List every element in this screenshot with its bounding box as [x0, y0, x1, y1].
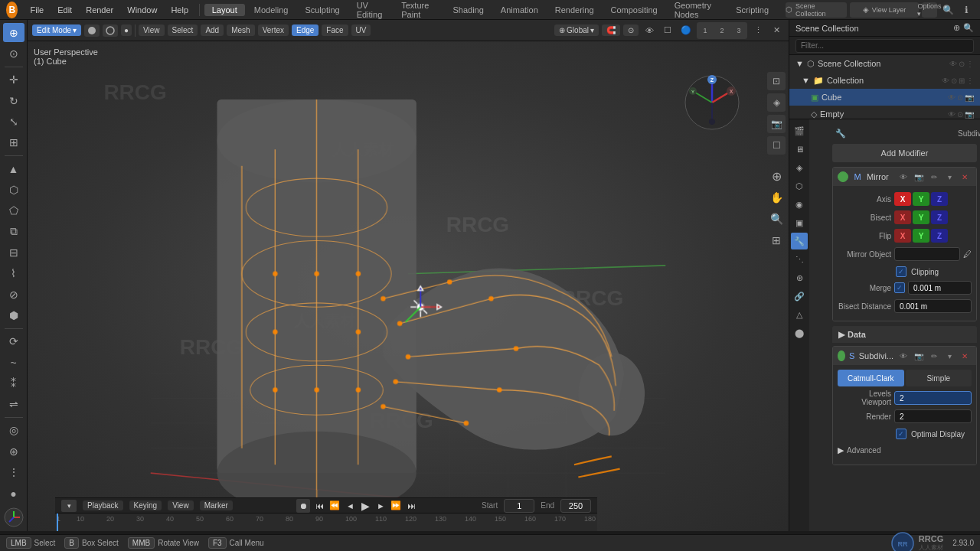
face-menu[interactable]: Face [322, 24, 348, 36]
tool-bisect[interactable]: ⊘ [3, 285, 24, 304]
timeline-collapse[interactable]: ▾ [61, 500, 77, 512]
edge-menu[interactable]: Edge [292, 24, 318, 36]
simple-btn[interactable]: Simple [906, 370, 972, 386]
tool-move[interactable]: ✛ [3, 70, 24, 90]
subdiv-levels-value[interactable]: 2 [894, 391, 972, 405]
tool-to-sphere[interactable]: ● [3, 484, 24, 503]
prop-tab-scene[interactable]: ⬡ [791, 178, 808, 194]
tool-spin[interactable]: ⟳ [3, 332, 24, 351]
workspace-compositing[interactable]: Compositing [603, 4, 665, 16]
mirror-flip-z[interactable]: Z [931, 229, 948, 243]
tool-knife[interactable]: ⌇ [3, 264, 24, 283]
subdiv-optimal-checkbox[interactable] [896, 429, 906, 439]
marker-menu[interactable]: Marker [200, 500, 233, 510]
tool-cursor[interactable]: ⊙ [3, 44, 24, 63]
coll-excl[interactable]: ⊞ [959, 77, 965, 85]
timeline-cursor[interactable] [57, 514, 58, 531]
workspace-sculpting[interactable]: Sculpting [297, 4, 347, 16]
mirror-expand-btn[interactable]: ▾ [942, 170, 956, 184]
catmull-clark-btn[interactable]: Catmull-Clark [838, 370, 904, 386]
overlay-toggle[interactable]: 👁 [642, 23, 657, 38]
cursor-btn[interactable]: ⊕ [767, 167, 786, 185]
outliner-search-input[interactable] [795, 39, 974, 53]
mirror-edit-btn[interactable]: ✏ [927, 170, 941, 184]
view-perspective-btn[interactable]: ⊡ [767, 72, 786, 90]
shading-dropdown[interactable]: 🔵 [678, 23, 694, 38]
tool-bevel[interactable]: ⬠ [3, 201, 24, 220]
subdiv-render-value[interactable]: 2 [894, 409, 972, 423]
workspace-uv-editing[interactable]: UV Editing [349, 0, 393, 21]
view-menu-dots[interactable]: ⋮ [750, 23, 766, 38]
scene-search-icon[interactable]: 🔍 [963, 23, 974, 33]
view-menu[interactable]: View [139, 24, 165, 36]
subdivision-modifier-header[interactable]: S Subdivi... 👁 📷 ✏ ▾ ✕ [833, 347, 976, 365]
mirror-modifier-header[interactable]: M Mirror 👁 📷 ✏ ▾ ✕ [833, 168, 976, 186]
mirror-render-btn[interactable]: 📷 [912, 170, 926, 184]
outliner-scene-collection[interactable]: ▼ ⬡ Scene Collection 👁 ⊙ ⋮ [789, 55, 980, 72]
jump-end-btn[interactable]: ⏭ [405, 500, 417, 512]
prop-tab-physics[interactable]: ⊛ [791, 269, 808, 286]
timeline-ruler[interactable]: 1 10 20 30 40 50 60 70 80 90 100 110 120… [55, 514, 597, 531]
mirror-object-value[interactable] [894, 247, 960, 261]
tool-slide[interactable]: ⇌ [3, 395, 24, 414]
coll-sel[interactable]: ⊙ [951, 77, 957, 85]
subdiv-render-btn[interactable]: 📷 [912, 349, 926, 363]
select-menu[interactable]: Select [168, 24, 198, 36]
mirror-clipping-checkbox[interactable] [896, 266, 906, 277]
prop-tab-world[interactable]: ◉ [791, 196, 808, 213]
hand-btn[interactable]: ✋ [767, 188, 786, 207]
snap-settings[interactable]: 🧲 [602, 24, 620, 36]
empty-render[interactable]: 📷 [965, 110, 974, 119]
render-slot3[interactable]: 3 [731, 23, 746, 38]
tool-transform[interactable]: ⊞ [3, 133, 24, 152]
empty-vis[interactable]: 👁 [948, 110, 956, 119]
record-btn[interactable]: ⏺ [296, 499, 310, 513]
prop-tab-object[interactable]: ▣ [791, 214, 808, 231]
prop-tab-particles[interactable]: ⋱ [791, 251, 808, 268]
outliner-collection[interactable]: ▼ 📁 Collection 👁 ⊙ ⊞ ⋮ [789, 72, 980, 89]
uv-menu[interactable]: UV [351, 24, 371, 36]
mirror-axis-x[interactable]: X [894, 192, 911, 206]
subdiv-expand-btn[interactable]: ▾ [942, 349, 956, 363]
workspace-scripting[interactable]: Scripting [728, 4, 776, 16]
viewport[interactable]: Edit Mode ▾ ● View Select Add Mesh Verte… [28, 20, 789, 531]
add-modifier-btn[interactable]: Add Modifier [832, 144, 977, 162]
view-local-btn[interactable]: ◈ [767, 93, 786, 112]
view-xray-btn[interactable]: ☐ [767, 136, 786, 155]
subdiv-delete-btn[interactable]: ✕ [958, 349, 972, 363]
mirror-delete-btn[interactable]: ✕ [958, 170, 972, 184]
mirror-flip-y[interactable]: Y [913, 229, 929, 243]
mirror-bisect-x[interactable]: X [894, 210, 911, 224]
render-slot2[interactable]: 2 [714, 23, 730, 38]
zoom-btn[interactable]: 🔍 [767, 210, 786, 228]
viewport-close[interactable]: ✕ [769, 23, 784, 38]
mirror-object-pick[interactable]: 🖊 [963, 249, 972, 259]
tool-smooth[interactable]: ~ [3, 353, 24, 372]
end-frame-input[interactable]: 250 [560, 499, 591, 513]
tool-poly-build[interactable]: ⬢ [3, 305, 24, 324]
outliner-cube-item[interactable]: ▣ Cube 👁 ⊙ 📷 [789, 89, 980, 106]
viewport-shading-wire[interactable] [103, 24, 118, 37]
tool-shear[interactable]: ⋮ [3, 463, 24, 482]
mode-selector[interactable]: Edit Mode ▾ [32, 24, 81, 36]
search-btn[interactable]: 🔍 [940, 2, 956, 18]
cube-render[interactable]: 📷 [965, 93, 974, 102]
workspace-shading[interactable]: Shading [445, 4, 491, 16]
workspace-animation[interactable]: Animation [493, 4, 546, 16]
transform-orientation-widget[interactable] [2, 506, 26, 528]
mirror-realtime-btn[interactable]: 👁 [897, 170, 910, 184]
vertex-menu[interactable]: Vertex [258, 24, 289, 36]
coll-scene-vis[interactable]: 👁 [949, 60, 957, 68]
viewport-3d-content[interactable]: RRCG RRCG RRCG RRCG RRCG 人人素材 人人素材 [28, 41, 789, 531]
mirror-flip-x[interactable]: X [894, 229, 911, 243]
menu-render[interactable]: Render [80, 4, 119, 16]
mirror-axis-z[interactable]: Z [931, 192, 948, 206]
tool-extrude[interactable]: ▲ [3, 159, 24, 178]
viewport-shading-solid[interactable] [84, 24, 100, 37]
tool-loop-cut[interactable]: ⧉ [3, 222, 24, 241]
coll-more[interactable]: ⋮ [966, 77, 974, 85]
tool-shrink[interactable]: ◎ [3, 421, 24, 440]
mirror-enabled-toggle[interactable] [838, 171, 848, 182]
info-btn[interactable]: ℹ [959, 2, 974, 18]
mirror-bisect-z[interactable]: Z [931, 210, 948, 224]
